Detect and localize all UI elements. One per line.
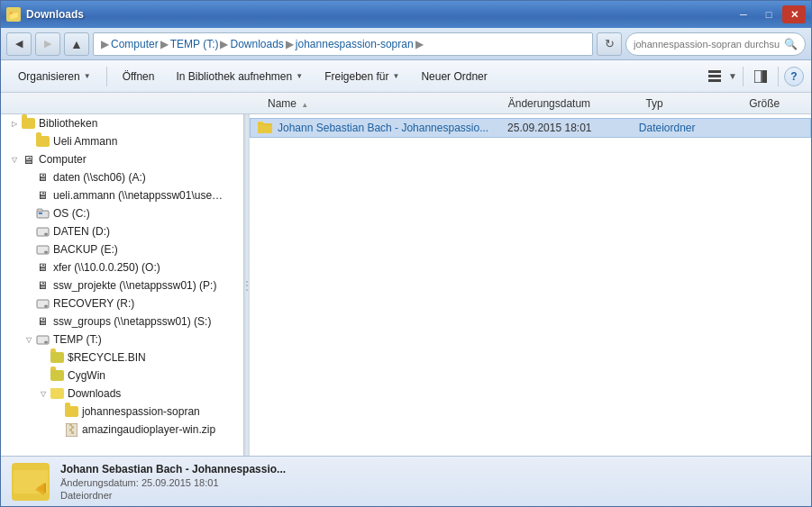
expand-xfer-o[interactable] — [23, 261, 35, 274]
tree-item-daten-d[interactable]: DATEN (D:) — [1, 222, 243, 240]
toolbar-separator-3 — [778, 67, 779, 86]
tree-item-amazingaudio[interactable]: amazingaudioplayer-win.zip — [1, 421, 243, 439]
panel-splitter[interactable] — [244, 114, 250, 456]
toolbar: Organisieren ▼ Öffnen In Bibliothek aufn… — [1, 60, 811, 93]
view-dropdown-arrow[interactable]: ▼ — [728, 71, 737, 81]
col-header-name[interactable]: Name ▲ — [260, 97, 501, 110]
title-bar: 📁 Downloads ─ □ ✕ — [1, 1, 811, 28]
toolbar-separator-2 — [743, 67, 744, 86]
back-button[interactable]: ◀ — [6, 32, 32, 56]
breadcrumb-bar[interactable]: ▶ Computer ▶ TEMP (T:) ▶ Downloads ▶ joh… — [93, 32, 593, 56]
tree-item-os-c[interactable]: OS (C:) — [1, 204, 243, 222]
breadcrumb-separator-3: ▶ — [286, 38, 294, 50]
organize-button[interactable]: Organisieren ▼ — [8, 64, 101, 89]
tree-item-recovery-r[interactable]: RECOVERY (R:) — [1, 294, 243, 312]
view-details-button[interactable] — [703, 65, 726, 88]
tree-item-temp-t[interactable]: ▽ TEMP (T:) — [1, 330, 243, 349]
svg-point-11 — [44, 251, 48, 254]
col-header-type[interactable]: Typ — [638, 97, 742, 110]
address-bar-row: ◀ ▶ ▲ ▶ Computer ▶ TEMP (T:) ▶ Downloads… — [1, 28, 811, 60]
breadcrumb-temp[interactable]: TEMP (T:) — [170, 38, 219, 50]
expand-ssw-s[interactable] — [23, 315, 35, 328]
title-bar-buttons: ─ □ ✕ — [732, 5, 806, 23]
expand-ssw-p[interactable] — [23, 279, 35, 292]
drive-icon-s: 🖥 — [35, 314, 50, 329]
tree-item-ueli-drive[interactable]: 🖥 ueli.ammann (\\netappssw01\user) ( — [1, 186, 243, 204]
expand-amazingaudio[interactable] — [51, 423, 64, 436]
share-dropdown-arrow: ▼ — [393, 72, 400, 80]
svg-point-9 — [44, 233, 48, 236]
expand-downloads[interactable]: ▽ — [37, 387, 50, 400]
tree-item-daten-a[interactable]: 🖥 daten (\\sch06) (A:) — [1, 168, 243, 186]
tree-item-computer[interactable]: ▽ 🖥 Computer — [1, 150, 243, 168]
expand-daten-a[interactable] — [23, 171, 35, 184]
drive-icon-d — [35, 224, 50, 239]
forward-button[interactable]: ▶ — [35, 32, 60, 56]
expand-recovery-r[interactable] — [23, 297, 35, 310]
tree-item-ueli-ammann[interactable]: Ueli Ammann — [1, 132, 243, 150]
title-bar-icon: 📁 — [6, 7, 21, 22]
tree-item-johannespassion[interactable]: johannespassion-sopran — [1, 403, 243, 421]
expand-computer[interactable]: ▽ — [8, 153, 21, 166]
preview-pane-button[interactable] — [749, 65, 772, 88]
new-folder-button[interactable]: Neuer Ordner — [411, 64, 497, 89]
toolbar-separator-1 — [106, 67, 107, 86]
folder-icon-cygwin — [50, 368, 64, 383]
open-button[interactable]: Öffnen — [113, 64, 165, 89]
svg-rect-17 — [69, 423, 72, 426]
organize-dropdown-arrow: ▼ — [84, 72, 91, 80]
share-button[interactable]: Freigeben für ▼ — [315, 64, 409, 89]
expand-daten-d[interactable] — [23, 225, 35, 238]
expand-backup-e[interactable] — [23, 243, 35, 256]
breadcrumb-separator-2: ▶ — [220, 38, 228, 50]
breadcrumb-downloads[interactable]: Downloads — [230, 38, 283, 50]
minimize-button[interactable]: ─ — [732, 5, 755, 23]
up-button[interactable]: ▲ — [64, 32, 89, 56]
search-icon[interactable]: 🔍 — [783, 37, 798, 51]
expand-bibliotheken[interactable]: ▷ — [8, 117, 21, 130]
folder-icon-johannespassion — [64, 404, 78, 419]
search-bar[interactable]: 🔍 — [625, 32, 806, 56]
tree-item-ssw-s[interactable]: 🖥 ssw_groups (\\netappssw01) (S:) — [1, 312, 243, 330]
tree-item-downloads[interactable]: ▽ Downloads — [1, 385, 243, 403]
tree-item-xfer-o[interactable]: 🖥 xfer (\\10.0.0.250) (O:) — [1, 258, 243, 276]
tree-item-cygwin[interactable]: CygWin — [1, 367, 243, 385]
breadcrumb-computer[interactable]: Computer — [111, 38, 159, 50]
search-input[interactable] — [634, 39, 780, 50]
expand-johannespassion[interactable] — [51, 405, 64, 418]
expand-cygwin[interactable] — [37, 369, 50, 382]
file-name-0: Johann Sebastian Bach - Johannespassio..… — [278, 122, 507, 134]
svg-rect-6 — [39, 213, 42, 214]
tree-item-recycle[interactable]: $RECYCLE.BIN — [1, 349, 243, 367]
expand-ueli-drive[interactable] — [23, 189, 35, 202]
status-item-name: Johann Sebastian Bach - Johannespassio..… — [60, 463, 286, 475]
tree-panel: ▷ Bibliotheken Ueli Ammann ▽ 🖥 Computer — [1, 114, 244, 456]
breadcrumb-current[interactable]: johannespassion-sopran — [296, 38, 414, 50]
help-button[interactable]: ? — [784, 67, 804, 86]
status-item-type: Dateiordner — [60, 490, 286, 501]
svg-point-15 — [44, 341, 48, 344]
drive-icon-o: 🖥 — [35, 260, 50, 275]
file-row-0[interactable]: Johann Sebastian Bach - Johannespassio..… — [250, 118, 811, 138]
expand-recycle[interactable] — [37, 351, 50, 364]
tree-item-bibliotheken[interactable]: ▷ Bibliotheken — [1, 114, 243, 132]
expand-temp-t[interactable]: ▽ — [23, 333, 35, 346]
expand-os-c[interactable] — [23, 207, 35, 220]
drive-icon-r — [35, 296, 50, 311]
tree-item-ssw-p[interactable]: 🖥 ssw_projekte (\\netappssw01) (P:) — [1, 276, 243, 294]
library-button[interactable]: In Bibliothek aufnehmen ▼ — [166, 64, 313, 89]
status-thumbnail — [12, 463, 50, 501]
col-header-size[interactable]: Größe — [742, 97, 811, 110]
drive-icon-c — [35, 206, 50, 221]
tree-item-backup-e[interactable]: BACKUP (E:) — [1, 240, 243, 258]
drive-icon-e — [35, 242, 50, 257]
refresh-button[interactable]: ↻ — [597, 32, 622, 56]
col-header-date[interactable]: Änderungsdatum — [501, 97, 639, 110]
computer-icon: 🖥 — [21, 152, 35, 167]
expand-ueli-ammann[interactable] — [23, 135, 35, 148]
view-buttons: ▼ — [703, 65, 737, 88]
close-button[interactable]: ✕ — [782, 5, 806, 23]
svg-rect-7 — [37, 209, 42, 212]
maximize-button[interactable]: □ — [757, 5, 780, 23]
window-title: Downloads — [26, 8, 732, 21]
